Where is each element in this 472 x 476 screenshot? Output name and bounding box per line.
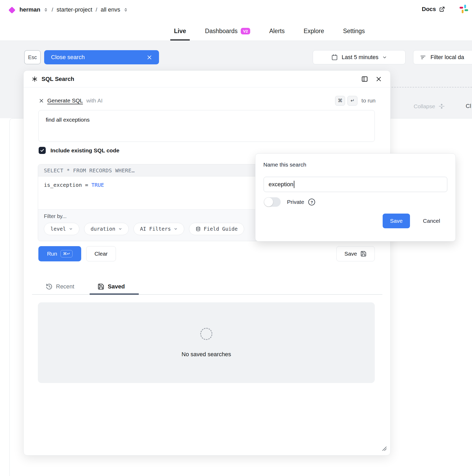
save-label: Save (345, 251, 357, 257)
help-icon[interactable]: ? (308, 199, 315, 205)
dismiss-ai-icon[interactable] (39, 98, 44, 103)
modal-title: SQL Search (42, 76, 74, 82)
chevron-down-icon (174, 227, 178, 231)
dialog-cancel-button[interactable]: Cancel (420, 214, 443, 228)
close-search-label: Close search (51, 54, 85, 61)
filter-lines-icon (420, 54, 426, 61)
chip-label: level (50, 226, 66, 232)
breadcrumb-environment[interactable]: all envs (101, 6, 120, 13)
empty-state-text: No saved searches (182, 351, 231, 358)
chip-level[interactable]: level (44, 223, 79, 235)
generate-sql-suffix: with AI (86, 97, 102, 104)
environment-switcher-icon[interactable] (124, 8, 128, 12)
chip-label: Field Guide (204, 226, 238, 232)
text-caret (294, 181, 294, 188)
code-operator: = (85, 182, 88, 188)
private-toggle-row: Private ? (264, 197, 315, 207)
breadcrumb: herman / starter-project / all envs (19, 4, 128, 15)
tabs-divider (32, 294, 382, 295)
chip-field-guide[interactable]: Field Guide (189, 223, 244, 235)
saved-searches-empty-state: No saved searches (38, 302, 375, 383)
tab-explore[interactable]: Explore (300, 23, 328, 40)
app-root: Collapse Cl herman / starter-project / a… (0, 0, 472, 476)
calendar-icon (331, 54, 338, 61)
external-link-icon (439, 6, 445, 12)
time-range-dropdown[interactable]: Last 5 minutes (313, 50, 406, 64)
floppy-icon (98, 283, 104, 290)
chevron-down-icon (118, 227, 122, 231)
private-label: Private (287, 199, 304, 205)
filter-local-button[interactable]: Filter local da (413, 50, 472, 64)
tab-alerts[interactable]: Alerts (265, 23, 288, 40)
v2-badge: V2 (241, 28, 250, 34)
chip-label: duration (91, 226, 115, 232)
breadcrumb-workspace[interactable]: herman (19, 6, 40, 13)
tab-label: Dashboards (205, 28, 238, 35)
chip-duration[interactable]: duration (84, 223, 129, 235)
clear-button[interactable]: Clear (86, 246, 116, 261)
dashed-circle-icon (200, 328, 212, 340)
history-icon (46, 283, 53, 290)
breadcrumb-separator: / (52, 7, 53, 13)
clipped-background-label: Cl (466, 103, 471, 110)
run-button[interactable]: Run ⌘↵ (38, 246, 81, 261)
esc-key-badge: Esc (24, 50, 41, 64)
tab-saved[interactable]: Saved (98, 280, 125, 293)
database-icon (196, 226, 201, 232)
include-sql-row: Include existing SQL code (39, 147, 119, 154)
name-search-dialog: Name this search exception Private ? Sav… (255, 153, 456, 241)
search-name-input[interactable]: exception (264, 177, 447, 192)
modal-header: SQL Search (24, 71, 391, 87)
workspace-logo-icon (8, 7, 16, 14)
private-toggle[interactable] (264, 197, 281, 207)
tab-label: Live (174, 28, 186, 35)
filter-label: Filter local da (430, 54, 464, 61)
to-run-hint: to run (361, 97, 376, 104)
tab-live[interactable]: Live (170, 23, 190, 40)
run-label: Run (47, 251, 57, 257)
asterisk-icon (32, 76, 38, 82)
generate-sql-link[interactable]: Generate SQL (47, 97, 83, 104)
run-kbd-hint: ⌘↵ (60, 250, 73, 257)
tab-label: Explore (304, 28, 324, 35)
workspace-switcher-icon[interactable] (44, 8, 48, 12)
tab-label: Alerts (269, 28, 285, 35)
modal-close-icon[interactable] (376, 76, 382, 82)
chip-label: AI Filters (140, 226, 171, 232)
panel-left-icon[interactable] (361, 75, 368, 82)
collapse-control[interactable]: Collapse (414, 103, 445, 110)
dialog-title: Name this search (263, 162, 306, 168)
collapse-vertical-icon (438, 103, 445, 110)
docs-label: Docs (422, 6, 436, 13)
tab-dashboards[interactable]: Dashboards V2 (201, 23, 254, 40)
include-sql-checkbox[interactable] (39, 147, 46, 154)
search-name-value: exception (269, 181, 293, 188)
save-search-button[interactable]: Save (336, 246, 375, 261)
ai-prompt-input[interactable]: find all exceptions (38, 110, 375, 142)
resize-handle[interactable] (382, 446, 387, 452)
tab-recent-label: Recent (56, 283, 74, 290)
main-nav: Live Dashboards V2 Alerts Explore Settin… (170, 23, 368, 40)
close-search-button[interactable]: Close search (44, 50, 159, 64)
slack-icon[interactable] (459, 4, 469, 14)
generate-sql-row: Generate SQL with AI ⌘ ↵ to run (39, 94, 376, 107)
active-tab-underline (90, 293, 139, 295)
top-bar: herman / starter-project / all envs Docs (0, 0, 472, 41)
code-field: is_exception (44, 182, 82, 188)
close-icon (147, 55, 152, 60)
tab-recent[interactable]: Recent (46, 280, 74, 293)
breadcrumb-project[interactable]: starter-project (57, 6, 92, 13)
chevron-down-icon (69, 227, 73, 231)
cmd-key-badge: ⌘ (335, 96, 345, 106)
dialog-save-button[interactable]: Save (383, 214, 410, 228)
floppy-icon (360, 251, 367, 257)
chevron-down-icon (382, 55, 387, 60)
breadcrumb-separator: / (96, 7, 97, 13)
tab-settings[interactable]: Settings (339, 23, 368, 40)
chip-ai-filters[interactable]: AI Filters (134, 223, 184, 235)
sql-search-modal: SQL Search (23, 70, 391, 456)
docs-link[interactable]: Docs (422, 6, 445, 13)
toggle-knob (264, 198, 273, 206)
code-value: TRUE (91, 182, 104, 188)
time-range-label: Last 5 minutes (342, 54, 378, 61)
